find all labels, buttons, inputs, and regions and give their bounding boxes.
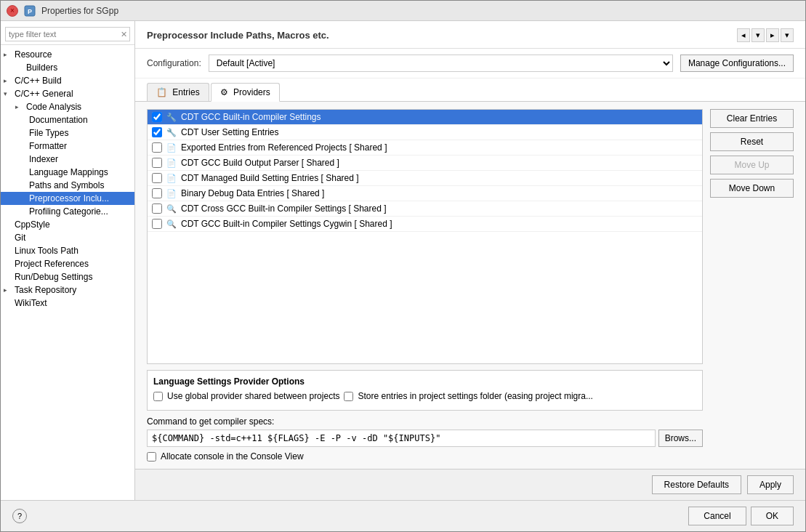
footer-buttons: Cancel OK <box>688 507 794 525</box>
command-section: Command to get compiler specs: Brows... … <box>147 416 703 462</box>
sidebar-item-label: Paths and Symbols <box>29 180 104 190</box>
sidebar-item-cppstyle[interactable]: CppStyle <box>1 218 134 231</box>
action-buttons-column: Clear Entries Reset Move Up Move Down <box>710 109 794 462</box>
table-row[interactable]: 📄 Exported Entries from Referenced Proje… <box>148 140 702 156</box>
sidebar-item-label: Profiling Categorie... <box>29 206 108 217</box>
ok-button[interactable]: OK <box>751 507 794 525</box>
sidebar-item-label: Project References <box>15 259 89 269</box>
sidebar-item-cpp-general[interactable]: C/C++ General <box>1 87 134 100</box>
sidebar-item-paths-symbols[interactable]: Paths and Symbols <box>1 179 134 192</box>
entry-icon-5: 📄 <box>166 174 177 183</box>
command-input-row: Brows... <box>147 430 703 447</box>
allocate-console-checkbox[interactable] <box>147 452 156 462</box>
entries-list: 🔧 CDT GCC Built-in Compiler Settings 🔧 C… <box>147 109 703 364</box>
entry-icon-2: 🔧 <box>166 128 177 137</box>
sidebar-item-label: Code Analysis <box>26 102 81 112</box>
sidebar-item-label: Run/Debug Settings <box>15 272 92 282</box>
entry-checkbox-1[interactable] <box>152 112 162 122</box>
table-row[interactable]: 📄 Binary Debug Data Entries [ Shared ] <box>148 186 702 201</box>
sidebar-item-task-repository[interactable]: Task Repository <box>1 283 134 297</box>
table-row[interactable]: 🔧 CDT GCC Built-in Compiler Settings <box>148 110 702 125</box>
provider-option-row: Use global provider shared between proje… <box>153 391 696 401</box>
entry-text-1: CDT GCC Built-in Compiler Settings <box>181 112 321 122</box>
sidebar-item-resource[interactable]: Resource <box>1 48 134 61</box>
entry-text-4: CDT GCC Build Output Parser [ Shared ] <box>181 158 339 168</box>
entry-icon-4: 📄 <box>166 158 177 168</box>
bottom-bar: Restore Defaults Apply <box>135 469 805 500</box>
tab-entries[interactable]: 📋 Entries <box>147 83 209 101</box>
entries-tab-icon: 📋 <box>156 87 167 97</box>
entry-icon-8: 🔍 <box>166 219 177 229</box>
sidebar: ✕ Resource Builders C/C++ Build C/C++ Ge… <box>1 21 135 500</box>
sidebar-item-builders[interactable]: Builders <box>1 61 134 74</box>
sidebar-item-formatter[interactable]: Formatter <box>1 140 134 153</box>
sidebar-item-documentation[interactable]: Documentation <box>1 113 134 126</box>
entry-text-7: CDT Cross GCC Built-in Compiler Settings… <box>181 203 387 214</box>
sidebar-item-label: WikiText <box>15 298 47 308</box>
filter-box: ✕ <box>1 24 134 45</box>
cancel-button[interactable]: Cancel <box>688 507 746 525</box>
sidebar-item-profiling[interactable]: Profiling Categorie... <box>1 205 134 218</box>
entry-checkbox-3[interactable] <box>152 142 162 153</box>
sidebar-item-git[interactable]: Git <box>1 231 134 244</box>
nav-back-dropdown[interactable]: ▾ <box>751 28 765 42</box>
config-select[interactable]: Default [Active] <box>209 55 673 72</box>
arrow-icon <box>4 77 12 84</box>
entry-checkbox-2[interactable] <box>152 127 162 137</box>
sidebar-item-cpp-build[interactable]: C/C++ Build <box>1 74 134 87</box>
sidebar-item-label: Formatter <box>29 141 67 151</box>
apply-button[interactable]: Apply <box>747 475 794 494</box>
sidebar-item-code-analysis[interactable]: Code Analysis <box>1 100 134 113</box>
command-input[interactable] <box>147 430 656 447</box>
move-down-button[interactable]: Move Down <box>710 179 794 198</box>
entry-checkbox-8[interactable] <box>152 219 162 229</box>
sidebar-item-indexer[interactable]: Indexer <box>1 153 134 166</box>
tabs-row: 📋 Entries ⚙ Providers <box>135 78 805 102</box>
table-row[interactable]: 📄 CDT GCC Build Output Parser [ Shared ] <box>148 156 702 171</box>
tab-providers[interactable]: ⚙ Providers <box>211 83 280 102</box>
entry-icon-7: 🔍 <box>166 204 177 214</box>
entry-text-2: CDT User Setting Entries <box>181 127 279 137</box>
browse-button[interactable]: Brows... <box>658 430 703 447</box>
sidebar-item-language-mappings[interactable]: Language Mappings <box>1 166 134 179</box>
entry-checkbox-5[interactable] <box>152 173 162 183</box>
entry-icon-6: 📄 <box>166 189 177 198</box>
clear-entries-button[interactable]: Clear Entries <box>710 109 794 128</box>
search-input[interactable] <box>5 27 130 41</box>
nav-forward-dropdown[interactable]: ▾ <box>781 28 794 42</box>
restore-defaults-button[interactable]: Restore Defaults <box>652 475 741 494</box>
entry-checkbox-6[interactable] <box>152 188 162 198</box>
sidebar-item-label: Git <box>15 233 25 243</box>
window-title: Properties for SGpp <box>41 6 118 16</box>
nav-back-button[interactable]: ◂ <box>737 28 750 42</box>
close-button[interactable]: × <box>7 5 18 17</box>
move-up-button[interactable]: Move Up <box>710 156 794 174</box>
entry-checkbox-4[interactable] <box>152 158 162 168</box>
arrow-icon <box>4 51 12 58</box>
sidebar-item-label: Builders <box>26 63 57 73</box>
sidebar-item-preprocessor[interactable]: Preprocessor Inclu... <box>1 192 134 205</box>
sidebar-item-label: Indexer <box>29 154 58 164</box>
sidebar-item-wikitext[interactable]: WikiText <box>1 297 134 310</box>
properties-window: × P Properties for SGpp ✕ Resource Build… <box>0 0 806 532</box>
filter-clear-icon[interactable]: ✕ <box>121 30 127 39</box>
global-provider-checkbox[interactable] <box>153 392 163 401</box>
sidebar-item-file-types[interactable]: File Types <box>1 126 134 140</box>
entry-icon-3: 📄 <box>166 143 177 153</box>
nav-forward-button[interactable]: ▸ <box>766 28 779 42</box>
help-button[interactable]: ? <box>12 509 27 523</box>
sidebar-item-run-debug[interactable]: Run/Debug Settings <box>1 270 134 283</box>
entry-checkbox-7[interactable] <box>152 203 162 214</box>
store-entries-checkbox[interactable] <box>344 392 353 401</box>
table-row[interactable]: 🔍 CDT GCC Built-in Compiler Settings Cyg… <box>148 217 702 232</box>
table-row[interactable]: 🔧 CDT User Setting Entries <box>148 125 702 140</box>
reset-button[interactable]: Reset <box>710 132 794 151</box>
table-row[interactable]: 🔍 CDT Cross GCC Built-in Compiler Settin… <box>148 201 702 217</box>
main-content: ✕ Resource Builders C/C++ Build C/C++ Ge… <box>1 21 805 500</box>
table-row[interactable]: 📄 CDT Managed Build Setting Entries [ Sh… <box>148 171 702 186</box>
sidebar-item-project-references[interactable]: Project References <box>1 257 134 270</box>
manage-configurations-button[interactable]: Manage Configurations... <box>680 55 794 72</box>
provider-options-title: Language Settings Provider Options <box>153 376 696 387</box>
entries-list-panel: 🔧 CDT GCC Built-in Compiler Settings 🔧 C… <box>147 109 703 462</box>
sidebar-item-linux-tools[interactable]: Linux Tools Path <box>1 244 134 257</box>
